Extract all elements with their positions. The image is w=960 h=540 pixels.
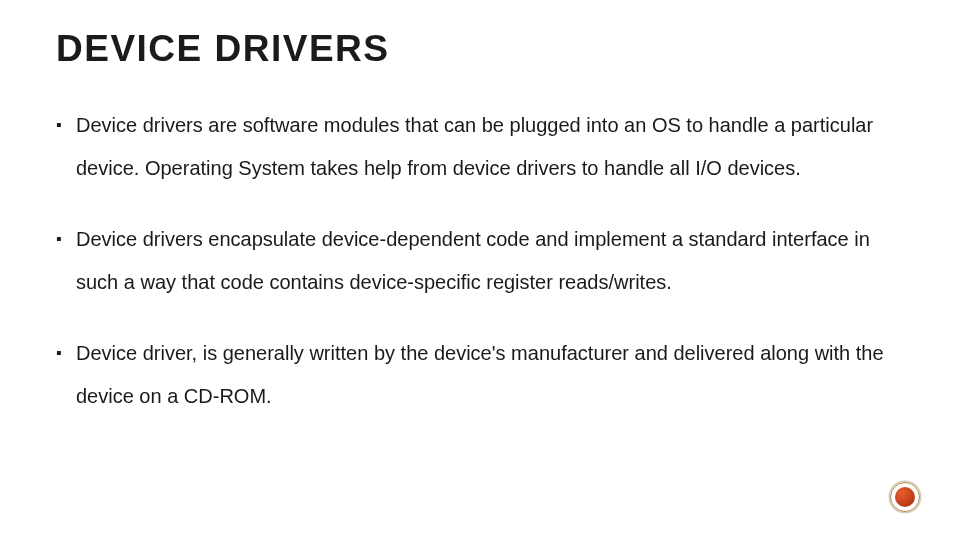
list-item: Device drivers are software modules that…: [56, 104, 904, 190]
bullet-list: Device drivers are software modules that…: [56, 104, 904, 418]
decorative-circle-icon: [890, 482, 920, 512]
list-item: Device driver, is generally written by t…: [56, 332, 904, 418]
slide-title: DEVICE DRIVERS: [56, 28, 904, 70]
bullet-text: Device drivers encapsulate device-depend…: [76, 228, 870, 293]
list-item: Device drivers encapsulate device-depend…: [56, 218, 904, 304]
bullet-text: Device driver, is generally written by t…: [76, 342, 884, 407]
slide: DEVICE DRIVERS Device drivers are softwa…: [0, 0, 960, 540]
bullet-text: Device drivers are software modules that…: [76, 114, 873, 179]
